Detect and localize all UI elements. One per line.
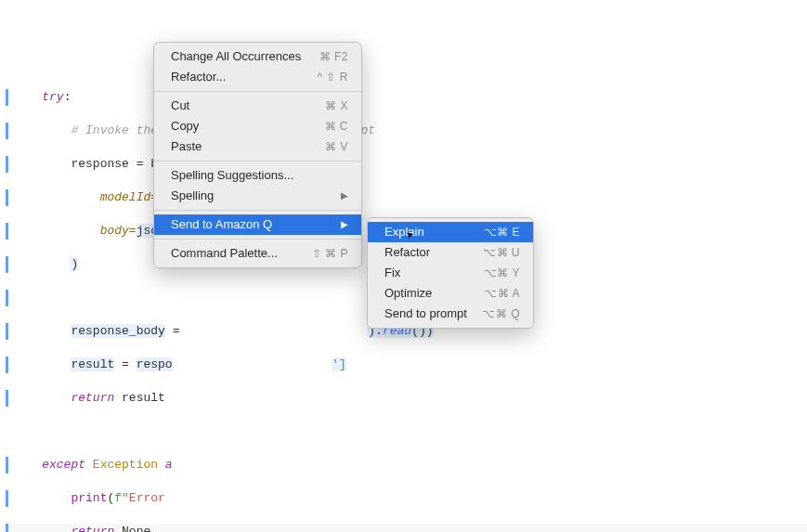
menu-spelling-suggestions[interactable]: Spelling Suggestions... [154, 165, 361, 186]
menu-copy[interactable]: Copy⌘ C [154, 116, 361, 136]
shortcut: ⌘ X [325, 97, 348, 114]
menu-send-to-amazon-q[interactable]: Send to Amazon Q▶ [154, 214, 361, 235]
shortcut: ⌥⌘ U [483, 244, 520, 261]
chevron-right-icon: ▶ [341, 216, 348, 233]
shortcut: ⌥⌘ E [484, 224, 520, 240]
keyword-try: try [42, 90, 63, 104]
shortcut: ^ ⇧ R [318, 69, 348, 85]
menu-separator [154, 210, 361, 211]
shortcut: ⌥⌘ Y [484, 265, 520, 281]
menu-command-palette[interactable]: Command Palette...⇧ ⌘ P [154, 243, 361, 264]
shortcut: ⌘ V [325, 138, 348, 155]
amazon-q-submenu: Explain⌥⌘ E Refactor⌥⌘ U Fix⌥⌘ Y Optimiz… [367, 217, 534, 329]
submenu-fix[interactable]: Fix⌥⌘ Y [368, 263, 533, 283]
menu-refactor[interactable]: Refactor...^ ⇧ R [154, 67, 361, 87]
shortcut: ⌥⌘ Q [482, 305, 520, 322]
shortcut: ⌘ C [325, 118, 349, 135]
submenu-refactor[interactable]: Refactor⌥⌘ U [368, 242, 533, 263]
submenu-send-to-prompt[interactable]: Send to prompt⌥⌘ Q [368, 304, 533, 324]
menu-spelling[interactable]: Spelling▶ [154, 186, 361, 206]
shortcut: ⇧ ⌘ P [312, 245, 348, 262]
chevron-right-icon: ▶ [341, 188, 348, 204]
context-menu: Change All Occurrences⌘ F2 Refactor...^ … [153, 42, 362, 268]
menu-paste[interactable]: Paste⌘ V [154, 136, 361, 157]
menu-separator [154, 239, 361, 240]
menu-cut[interactable]: Cut⌘ X [154, 96, 361, 116]
menu-separator [154, 91, 361, 92]
submenu-explain[interactable]: Explain⌥⌘ E [368, 222, 533, 242]
submenu-optimize[interactable]: Optimize⌥⌘ A [368, 283, 533, 304]
menu-change-all-occurrences[interactable]: Change All Occurrences⌘ F2 [154, 46, 361, 67]
shortcut: ⌘ F2 [319, 48, 348, 65]
shortcut: ⌥⌘ A [484, 285, 520, 302]
menu-separator [154, 161, 361, 162]
